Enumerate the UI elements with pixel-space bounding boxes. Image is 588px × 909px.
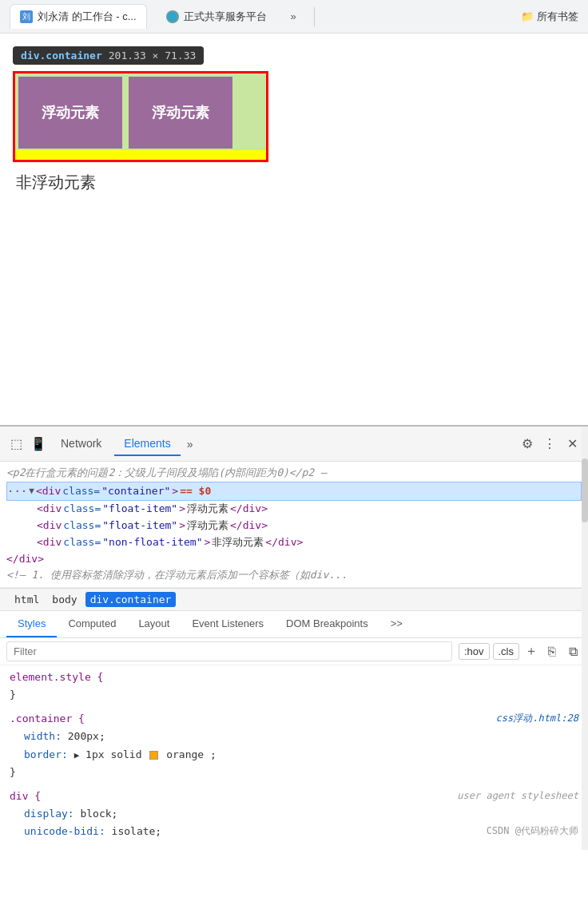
tooltip-element-name: div.container: [21, 50, 102, 62]
comment-below-text: <!— 1. 使用容标签清除浮动，在浮动元素后添加一个容标签（如div...: [6, 567, 348, 584]
tab2-favicon: 🌐: [166, 10, 179, 23]
prop-display: display:: [24, 808, 74, 820]
tab-elements[interactable]: Elements: [114, 432, 180, 456]
tag-container-close: </div>: [6, 551, 44, 568]
copy-icon[interactable]: ⎘: [543, 643, 561, 661]
selector-container: .container {: [10, 713, 85, 724]
selector-element-style: element.style {: [10, 671, 103, 683]
attr-float2: class=: [63, 518, 101, 534]
layout-toggle-icon[interactable]: ⧉: [564, 643, 582, 661]
settings-icon[interactable]: ⚙: [518, 435, 537, 454]
tab-more[interactable]: >>: [379, 611, 414, 637]
brace-close-container: }: [10, 766, 16, 778]
breadcrumb-bar: html body div.container: [0, 588, 588, 611]
tag-nonfloat-end: </div>: [265, 534, 303, 551]
selected-marker: == $0: [180, 483, 211, 500]
val-nonfloat: "non-float-item": [102, 534, 202, 551]
prop-unicode: unicode-bidi:: [24, 825, 105, 837]
tab-event-listeners[interactable]: Event Listeners: [181, 611, 275, 637]
border-expand-icon[interactable]: ▶: [74, 750, 80, 760]
rule-element-style-selector: element.style {: [10, 669, 578, 686]
hov-badge[interactable]: :hov: [459, 643, 490, 660]
rule-unicode-line: unicode-bidi: isolate; CSDN @代码粉碎大师: [10, 823, 578, 840]
scrollbar-track[interactable]: [582, 427, 588, 850]
bookmarks-label: 所有书签: [537, 10, 578, 24]
float-box-1: 浮动元素: [18, 77, 122, 149]
demo-container: 浮动元素 浮动元素: [13, 71, 268, 162]
rule-border-line: border: ▶ 1px solid orange ;: [10, 746, 578, 764]
attr-value: "container": [101, 483, 170, 500]
folder-icon: 📁: [521, 10, 534, 22]
text-float2: 浮动元素: [187, 518, 228, 534]
divider: [314, 7, 315, 26]
dots-menu[interactable]: ···: [7, 482, 27, 500]
cls-badge[interactable]: .cls: [493, 643, 520, 660]
rule-container-close: }: [10, 764, 578, 781]
val-float1: "float-item": [102, 501, 177, 518]
filter-badges: :hov .cls ＋ ⎘ ⧉: [459, 643, 582, 661]
text-float1: 浮动元素: [187, 501, 228, 518]
text-nonfloat: 非浮动元素: [212, 534, 264, 551]
browser-chrome: 刘 刘永清 的工作台 - c... 🌐 正式共享服务平台 » 📁 所有书签: [0, 0, 588, 34]
tab-layout[interactable]: Layout: [127, 611, 181, 637]
attr-float1: class=: [63, 501, 101, 518]
source-line-selected[interactable]: ··· ▼ <div class= "container" > == $0: [6, 482, 582, 501]
close-icon[interactable]: ✕: [562, 435, 582, 454]
device-icon[interactable]: 📱: [29, 435, 48, 454]
breadcrumb-container[interactable]: div.container: [85, 592, 177, 607]
inspect-icon[interactable]: ⬚: [6, 435, 26, 454]
collapse-arrow[interactable]: ▼: [29, 484, 34, 498]
styles-tabs: Styles Computed Layout Event Listeners D…: [0, 611, 588, 638]
filter-input[interactable]: [6, 641, 452, 661]
source-container[interactable]: css浮动.html:28: [496, 710, 578, 726]
breadcrumb-body[interactable]: body: [47, 592, 81, 607]
ua-label: user agent stylesheet: [457, 788, 578, 804]
comment-text: <p2在行盒元素的问题2：父级儿子间段及塌陷(内部间距为0)</p2 —: [6, 465, 327, 482]
devtools-toolbar: ⬚ 📱 Network Elements » ⚙ ⋮ ✕: [0, 427, 588, 462]
val-float2: "float-item": [102, 518, 177, 534]
float-box-2: 浮动元素: [129, 77, 232, 149]
tab-computed[interactable]: Computed: [57, 611, 127, 637]
breadcrumb-html[interactable]: html: [10, 592, 44, 607]
tag-open: <div: [36, 483, 61, 500]
val-unicode: isolate;: [112, 825, 162, 837]
tabs-more-button[interactable]: »: [286, 7, 301, 26]
brace-close-element: }: [10, 689, 16, 701]
source-line-div-close: </div>: [6, 551, 582, 568]
css-rules-panel: element.style { } .container { css浮动.htm…: [0, 665, 588, 850]
tag-nonfloat: <div: [37, 534, 62, 551]
source-line-comment-above: <p2在行盒元素的问题2：父级儿子间段及塌陷(内部间距为0)</p2 —: [6, 465, 582, 482]
tag-float2: <div: [37, 518, 62, 534]
val-border-color: orange: [166, 748, 204, 760]
bookmarks-button[interactable]: 📁 所有书签: [521, 10, 578, 24]
tooltip-element-size: 201.33 × 71.33: [109, 50, 197, 62]
tab-network[interactable]: Network: [51, 432, 111, 456]
filter-bar: :hov .cls ＋ ⎘ ⧉: [0, 638, 588, 665]
source-line-comment-below: <!— 1. 使用容标签清除浮动，在浮动元素后添加一个容标签（如div...: [6, 567, 582, 584]
add-style-icon[interactable]: ＋: [522, 643, 540, 661]
val-border-end: ;: [210, 748, 217, 760]
val-width: 200px;: [68, 730, 105, 742]
rule-display-line: display: block;: [10, 805, 578, 823]
tab-styles[interactable]: Styles: [6, 611, 57, 637]
tab-2[interactable]: 🌐 正式共享服务平台: [157, 5, 276, 29]
tag-float2-close: >: [179, 518, 185, 534]
source-line-float2: <div class= "float-item" > 浮动元素 </div>: [6, 518, 582, 534]
source-line-nonfloat: <div class= "non-float-item" > 非浮动元素 </d…: [6, 534, 582, 551]
devtools-more[interactable]: »: [184, 433, 197, 455]
preview-area: div.container 201.33 × 71.33 浮动元素 浮动元素 非…: [0, 34, 588, 425]
rule-container: .container { css浮动.html:28 width: 200px;…: [10, 710, 578, 780]
tab2-label: 正式共享服务平台: [184, 10, 267, 24]
kebab-icon[interactable]: ⋮: [540, 435, 559, 454]
tab-dom-breakpoints[interactable]: DOM Breakpoints: [275, 611, 379, 637]
tab1-label: 刘永清 的工作台 - c...: [38, 10, 137, 24]
scrollbar-thumb[interactable]: [582, 458, 588, 522]
rule-div-header: div { user agent stylesheet: [10, 788, 578, 805]
val-border: 1px solid: [85, 748, 141, 760]
tag-nonfloat-close: >: [205, 534, 211, 551]
tab-1[interactable]: 刘 刘永清 的工作台 - c...: [10, 4, 147, 29]
non-float-label: 非浮动元素: [13, 172, 575, 193]
rule-element-style-close: }: [10, 686, 578, 704]
color-swatch-orange[interactable]: [149, 751, 158, 760]
selector-div: div {: [10, 790, 41, 802]
